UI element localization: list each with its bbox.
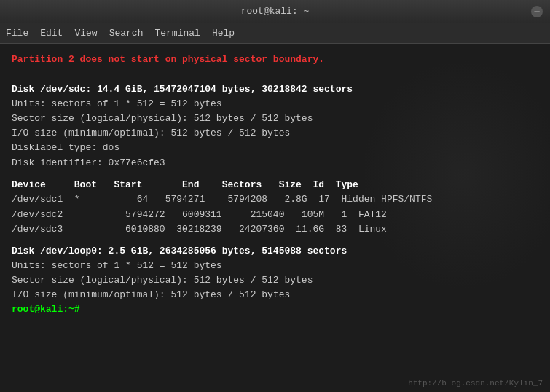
terminal-window[interactable]: Partition 2 does not start on physical s… bbox=[0, 44, 550, 392]
disk1-sector-size: Sector size (logical/physical): 512 byte… bbox=[12, 111, 538, 126]
menu-view[interactable]: View bbox=[74, 28, 97, 39]
disk1-io-size: I/O size (minimum/optimal): 512 bytes / … bbox=[12, 126, 538, 141]
warning-line: Partition 2 does not start on physical s… bbox=[12, 52, 538, 68]
menu-search[interactable]: Search bbox=[109, 28, 144, 39]
menu-help[interactable]: Help bbox=[212, 28, 235, 39]
minimize-button[interactable]: — bbox=[531, 6, 543, 17]
disk2-header: Disk /dev/loop0: 2.5 GiB, 2634285056 byt… bbox=[12, 244, 538, 259]
watermark: http://blog.csdn.net/Kylin_7 bbox=[408, 379, 543, 388]
disk2-io-size: I/O size (minimum/optimal): 512 bytes / … bbox=[12, 288, 538, 302]
table-row-sdc1: /dev/sdc1 * 64 5794271 5794208 2.8G 17 H… bbox=[12, 192, 538, 207]
disk1-units: Units: sectors of 1 * 512 = 512 bytes bbox=[12, 97, 538, 111]
table-row-sdc3: /dev/sdc3 6010880 30218239 24207360 11.6… bbox=[12, 222, 538, 237]
disk1-disklabel: Disklabel type: dos bbox=[12, 141, 538, 155]
titlebar: root@kali: ~ — bbox=[0, 0, 550, 23]
disk2-sector-size: Sector size (logical/physical): 512 byte… bbox=[12, 273, 538, 288]
menu-file[interactable]: File bbox=[6, 28, 28, 39]
table-header: Device Boot Start End Sectors Size Id Ty… bbox=[12, 178, 538, 193]
disk1-header: Disk /dev/sdc: 14.4 GiB, 15472047104 byt… bbox=[12, 82, 538, 97]
menubar: File Edit View Search Terminal Help bbox=[0, 23, 550, 44]
disk2-units: Units: sectors of 1 * 512 = 512 bytes bbox=[12, 259, 538, 273]
menu-terminal[interactable]: Terminal bbox=[154, 28, 200, 39]
disk1-identifier: Disk identifier: 0x77e6cfe3 bbox=[12, 156, 538, 170]
menu-edit[interactable]: Edit bbox=[40, 28, 63, 39]
terminal-prompt: root@kali:~# bbox=[12, 302, 538, 317]
titlebar-title: root@kali: ~ bbox=[241, 6, 310, 17]
table-row-sdc2: /dev/sdc2 5794272 6009311 215040 105M 1 … bbox=[12, 208, 538, 222]
